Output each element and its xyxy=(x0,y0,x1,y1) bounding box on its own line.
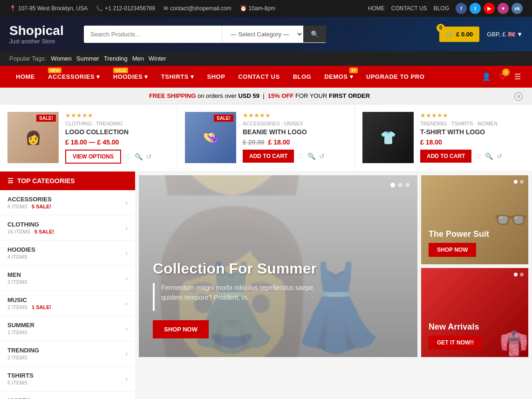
product-category-3: TRENDING · TSHIRTS · WOMEN xyxy=(420,121,525,126)
nav-upgrade[interactable]: UPGRADE TO PRO xyxy=(360,66,431,88)
category-clothing[interactable]: CLOTHING 16 ITEMS 5 SALE! › xyxy=(0,215,135,241)
product-category-2: ACCESSORIES · UNISEX xyxy=(243,121,347,126)
product-info-1: ★★★★★ CLOTHING · TRENDING LOGO COLLECTIO… xyxy=(65,112,170,164)
hero-dot-2[interactable] xyxy=(398,183,402,187)
side-dots-2 xyxy=(514,273,524,276)
instagram-icon[interactable]: ♥ xyxy=(498,3,509,14)
cat-info: SUMMER 1 ITEMS xyxy=(7,322,34,335)
vk-icon[interactable]: vk xyxy=(512,3,523,14)
hero-dot-3[interactable] xyxy=(405,183,410,187)
hero-dot-1[interactable] xyxy=(390,183,395,187)
add-to-cart-button-2[interactable]: ADD TO CART xyxy=(243,150,294,163)
zoom-icon-3[interactable]: 🔍 xyxy=(485,152,493,160)
header-right: 0 🛒 £ 0.00 GBP, £ 🇬🇧 ▼ xyxy=(439,27,523,42)
cat-arrow-icon: › xyxy=(125,275,128,282)
category-hoodies[interactable]: HOODIES 4 ITEMS › xyxy=(0,241,135,266)
product-rating-1: ★★★★★ xyxy=(65,112,170,119)
product-card-1: SALE! 👩 ★★★★★ CLOTHING · TRENDING LOGO C… xyxy=(0,104,177,171)
price-new-2: £ 18.00 xyxy=(268,138,290,146)
cat-arrow-icon: › xyxy=(125,350,128,358)
promo-text2: on orders over xyxy=(198,92,237,99)
address: 📍 107-95 West Brooklyn, USA xyxy=(9,5,88,12)
youtube-icon[interactable]: ▶ xyxy=(484,3,495,14)
category-tshirts[interactable]: TSHIRTS 6 ITEMS › xyxy=(0,366,135,392)
category-unisex[interactable]: UNISEX 2 ITEMS 1 SALE! › xyxy=(0,392,135,399)
view-options-button-1[interactable]: VIEW OPTIONS xyxy=(65,150,121,164)
tag-men[interactable]: Men xyxy=(132,55,144,62)
side-dot-1b[interactable] xyxy=(520,180,524,184)
cart-button[interactable]: 0 🛒 £ 0.00 xyxy=(439,27,479,42)
popular-tags-label: Popular Tags: xyxy=(9,55,46,62)
cat-arrow-icon: › xyxy=(125,300,128,307)
nav-wishlist-button[interactable]: ♡ 0 xyxy=(498,70,508,83)
logo[interactable]: Shopical Just another Store xyxy=(9,23,75,45)
email: ✉ contact@shopemail.com xyxy=(164,5,232,12)
category-summer[interactable]: SUMMER 1 ITEMS › xyxy=(0,316,135,341)
add-to-cart-button-3[interactable]: ADD TO CART xyxy=(420,150,471,163)
refresh-icon-2[interactable]: ↺ xyxy=(319,152,325,160)
category-accessories[interactable]: ACCESSORIES 6 ITEMS 5 SALE! › xyxy=(0,190,135,215)
category-music[interactable]: MUSIC 2 ITEMS 1 SALE! › xyxy=(0,291,135,316)
nav-accessories-wrap: ACCESSORIES ▾ NEW xyxy=(41,66,107,88)
refresh-icon-3[interactable]: ↺ xyxy=(497,152,502,160)
side-dot-2a[interactable] xyxy=(514,273,518,276)
product-price-3: £ 18.00 xyxy=(420,138,525,146)
search-input[interactable] xyxy=(84,26,222,42)
side-banner-1-btn[interactable]: SHOP NOW xyxy=(429,243,476,257)
topnav-blog[interactable]: BLOG xyxy=(434,5,449,12)
wishlist-icon-2[interactable]: ♡ xyxy=(298,152,304,160)
nav-demos-wrap: DEMOS ▾ 3+ xyxy=(318,66,360,88)
category-trending[interactable]: TRENDING 2 ITEMS › xyxy=(0,341,135,366)
nav-contact[interactable]: CONTACT US xyxy=(232,66,286,88)
tag-summer[interactable]: Summer xyxy=(76,55,99,62)
side-banner-1: 👓 The Power Suit SHOP NOW xyxy=(421,175,528,264)
hero-shop-now-button[interactable]: SHOP NOW xyxy=(153,320,209,338)
clock-icon: ⏰ xyxy=(240,5,247,12)
cat-arrow-icon: › xyxy=(125,325,128,332)
tag-winter[interactable]: Winter xyxy=(149,55,166,62)
side-dot-1a[interactable] xyxy=(514,180,518,184)
category-select[interactable]: — Select Category — xyxy=(222,26,303,43)
side-dot-2b[interactable] xyxy=(520,273,524,276)
promo-banner: FREE SHIPPING on orders over USD 59 | 15… xyxy=(0,88,532,104)
header: Shopical Just another Store — Select Cat… xyxy=(0,17,532,51)
cat-info: MUSIC 2 ITEMS 1 SALE! xyxy=(7,296,51,310)
nav-tshirts[interactable]: TSHIRTS ▾ xyxy=(155,66,201,88)
top-bar-right: HOME CONTACT US BLOG f t ▶ ♥ vk xyxy=(368,3,523,14)
main-content: 👩👩 Collection For Summer Fermentum magni… xyxy=(135,172,532,399)
logo-subtitle: Just another Store xyxy=(9,38,75,45)
cat-arrow-icon: › xyxy=(125,199,128,206)
category-men[interactable]: MEN 3 ITEMS › xyxy=(0,266,135,291)
cat-info: ACCESSORIES 6 ITEMS 5 SALE! xyxy=(7,196,52,209)
zoom-icon-2[interactable]: 🔍 xyxy=(307,152,315,160)
wishlist-icon-1[interactable]: ♡ xyxy=(125,153,131,160)
refresh-icon-1[interactable]: ↺ xyxy=(146,153,152,160)
nav-icons: 👤 ♡ 0 ☰ xyxy=(480,70,523,83)
side-banner-1-figure: 👓 xyxy=(493,175,528,264)
zoom-icon-1[interactable]: 🔍 xyxy=(135,153,143,160)
nav-home[interactable]: HOME xyxy=(9,66,41,88)
nav-menu-button[interactable]: ☰ xyxy=(512,70,523,83)
hero-content: Collection For Summer Fermentum magni mo… xyxy=(153,260,329,338)
wishlist-icon-3[interactable]: ♡ xyxy=(475,152,481,160)
hours: ⏰ 10am-8pm xyxy=(240,5,275,12)
hero-banner: 👩👩 Collection For Summer Fermentum magni… xyxy=(139,175,417,357)
side-banner-2-content: New Arrivals GET IT NOW!! xyxy=(429,322,482,350)
topnav-contact[interactable]: CONTACT US xyxy=(391,5,427,12)
phone: 📞 +1 212-0123456789 xyxy=(96,5,155,12)
facebook-icon[interactable]: f xyxy=(456,3,467,14)
nav-account-button[interactable]: 👤 xyxy=(480,70,493,83)
cat-info: HOODIES 4 ITEMS xyxy=(7,246,35,260)
nav-shop[interactable]: SHOP xyxy=(201,66,232,88)
tag-women[interactable]: Women xyxy=(51,55,72,62)
search-bar: — Select Category — 🔍 xyxy=(84,26,326,43)
nav-blog[interactable]: BLOG xyxy=(286,66,318,88)
body-content: ☰ TOP CATEGORIES ACCESSORIES 6 ITEMS 5 S… xyxy=(0,172,532,399)
currency-selector[interactable]: GBP, £ 🇬🇧 ▼ xyxy=(487,31,523,38)
twitter-icon[interactable]: t xyxy=(470,3,481,14)
search-button[interactable]: 🔍 xyxy=(303,26,326,42)
tag-trending[interactable]: Trending xyxy=(104,55,128,62)
topnav-home[interactable]: HOME xyxy=(368,5,385,12)
promo-close-button[interactable]: ✕ xyxy=(514,92,523,101)
side-banner-2-btn[interactable]: GET IT NOW!! xyxy=(429,336,482,350)
